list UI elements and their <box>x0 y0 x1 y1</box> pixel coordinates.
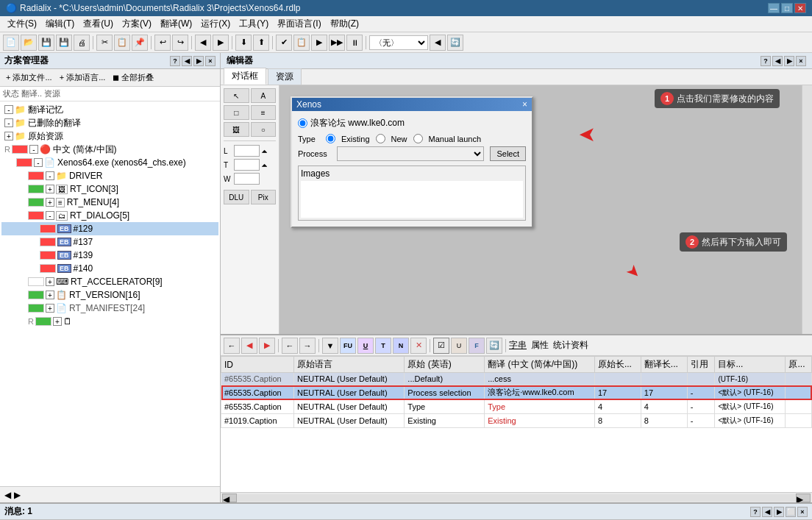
tb-undo[interactable]: ↩ <box>154 35 171 51</box>
table-row-0[interactable]: #65535.Caption NEUTRAL (User Default) Pr… <box>221 385 812 400</box>
menu-file[interactable]: 文件(S) <box>3 16 41 32</box>
menu-edit[interactable]: 编辑(T) <box>41 16 79 32</box>
tb-pause[interactable]: ⏸ <box>346 35 363 51</box>
tree-item-10[interactable]: EB #137 <box>1 235 218 249</box>
tt-btn1[interactable]: ← <box>224 338 240 354</box>
tree-item-14[interactable]: + 📋 RT_VERSION[16] <box>1 288 218 302</box>
msg-close[interactable]: × <box>797 507 808 517</box>
tree-toggle-0[interactable]: - <box>4 105 13 114</box>
tb-nav-fwd[interactable]: ▶ <box>213 35 229 51</box>
tree-item-9[interactable]: EB #129 <box>1 222 218 235</box>
tb-copy[interactable]: 📋 <box>114 35 130 51</box>
left-panel-btn3[interactable]: × <box>205 56 216 66</box>
right-scrollbar[interactable] <box>802 85 812 334</box>
maximize-button[interactable]: □ <box>781 3 793 13</box>
menu-run[interactable]: 运行(X) <box>196 16 235 32</box>
msg-btn1[interactable]: ◀ <box>762 507 772 517</box>
tree-toggle-2[interactable]: + <box>4 132 13 140</box>
tab-resource[interactable]: 资源 <box>268 68 302 85</box>
tb-run2[interactable]: ▶▶ <box>329 35 345 51</box>
right-panel-help[interactable]: ? <box>761 56 771 66</box>
tool-btn-arrow[interactable]: ↖ <box>224 88 249 103</box>
left-panel-btn1[interactable]: ◀ <box>182 56 192 66</box>
tool-btn-misc[interactable]: ○ <box>251 122 277 137</box>
tree-toggle-4[interactable]: - <box>34 158 43 167</box>
tb-print[interactable]: 🖨 <box>74 35 90 51</box>
pos-t-spin[interactable]: ⏶ <box>261 161 268 169</box>
tt-check[interactable]: ☑ <box>433 338 449 354</box>
tb-save2[interactable]: 💾 <box>56 35 72 51</box>
tb-open[interactable]: 📂 <box>21 35 37 51</box>
scroll-right[interactable]: ▶ <box>14 490 21 500</box>
toolbar-dropdown[interactable]: 〈无〉 <box>369 35 428 50</box>
tb-redo[interactable]: ↪ <box>172 35 188 51</box>
pix-btn[interactable]: Pix <box>251 190 277 204</box>
tool-btn-box[interactable]: □ <box>224 105 249 120</box>
tt-btn3[interactable]: → <box>299 338 316 354</box>
left-panel-help[interactable]: ? <box>170 56 180 66</box>
tree-item-7[interactable]: + ≡ RT_MENU[4] <box>1 196 218 209</box>
tab-dialog[interactable]: 对话框 <box>224 68 266 85</box>
radio-lke0[interactable] <box>298 118 307 128</box>
table-hscroll[interactable]: ◀ ▶ <box>221 492 812 502</box>
tb-run[interactable]: ▶ <box>311 35 327 51</box>
tree-item-1[interactable]: - 📁 已删除的翻译 <box>1 116 218 129</box>
type-existing-radio[interactable] <box>326 134 335 143</box>
tree-item-16[interactable]: R + 🗒 <box>1 315 218 328</box>
tb-nav-back[interactable]: ◀ <box>195 35 211 51</box>
tb-paste[interactable]: 📌 <box>132 35 148 51</box>
dlu-btn[interactable]: DLU <box>224 190 249 204</box>
table-row-2[interactable]: #1019.Caption NEUTRAL (User Default) Exi… <box>221 414 812 428</box>
tt-label-props[interactable]: 属性 <box>531 339 549 352</box>
tree-item-13[interactable]: + ⌨ RT_ACCELERATOR[9] <box>1 275 218 288</box>
right-panel-close[interactable]: × <box>796 56 806 66</box>
tree-item-8[interactable]: - 🗂 RT_DIALOG[5] <box>1 209 218 222</box>
tb-new[interactable]: 📄 <box>3 35 19 51</box>
hscroll-left[interactable]: ◀ <box>222 494 237 502</box>
tree-item-12[interactable]: EB #140 <box>1 262 218 275</box>
tb-check[interactable]: ✔ <box>276 35 292 51</box>
tt-f[interactable]: F <box>469 338 485 354</box>
msg-btn2[interactable]: ▶ <box>774 507 784 517</box>
add-file-btn[interactable]: + 添加文件... <box>3 71 55 85</box>
tree-item-3[interactable]: R - 🔴 中文 (简体/中国) <box>1 143 218 156</box>
tree-toggle-14[interactable]: + <box>46 291 54 299</box>
tree-toggle-3[interactable]: - <box>29 145 38 154</box>
tb-check2[interactable]: 📋 <box>293 35 310 51</box>
select-button[interactable]: Select <box>490 146 526 161</box>
minimize-button[interactable]: — <box>768 3 780 13</box>
tree-item-2[interactable]: + 📁 原始资源 <box>1 129 218 143</box>
tree-item-4[interactable]: - 📄 Xenos64.exe (xenos64_chs.exe) <box>1 156 218 169</box>
pos-w-input[interactable]: 100 <box>234 173 260 185</box>
tt-label-stats[interactable]: 统计资料 <box>553 339 588 352</box>
tt-btn2[interactable]: ← <box>282 338 298 354</box>
tool-btn-text[interactable]: A <box>251 88 277 103</box>
pos-t-input[interactable]: 7 <box>234 159 260 171</box>
menu-tools[interactable]: 工具(Y) <box>235 16 273 32</box>
tree-item-0[interactable]: - 📁 翻译记忆 <box>1 103 218 116</box>
add-lang-btn[interactable]: + 添加语言... <box>57 71 109 85</box>
tt-u[interactable]: U <box>357 338 374 354</box>
right-panel-btn2[interactable]: ▶ <box>784 56 794 66</box>
pos-l-spin[interactable]: ⏶ <box>261 147 268 155</box>
menu-ui-lang[interactable]: 界面语言(I) <box>273 16 325 32</box>
tt-btn-red2[interactable]: ▶ <box>259 338 275 354</box>
table-row-pre[interactable]: #65535.Caption NEUTRAL (User Default) ..… <box>221 373 812 385</box>
tb-export[interactable]: ⬆ <box>253 35 269 51</box>
tb-cut[interactable]: ✂ <box>96 35 113 51</box>
hscroll-right[interactable]: ▶ <box>796 494 811 502</box>
tt-u2[interactable]: U <box>451 338 467 354</box>
msg-help[interactable]: ? <box>750 507 761 517</box>
tt-refresh2[interactable]: 🔄 <box>486 338 502 354</box>
tree-toggle-5[interactable]: - <box>46 171 54 180</box>
menu-translate[interactable]: 翻译(W) <box>156 16 196 32</box>
pos-l-input[interactable]: 7 <box>234 145 260 157</box>
tb-save[interactable]: 💾 <box>38 35 54 51</box>
tt-fu[interactable]: FU <box>340 338 356 354</box>
tree-toggle-1[interactable]: - <box>4 118 13 127</box>
table-row-1[interactable]: #65535.Caption NEUTRAL (User Default) Ty… <box>221 400 812 414</box>
type-new-radio[interactable] <box>376 134 385 143</box>
tt-btn-red1[interactable]: ◀ <box>241 338 257 354</box>
tree-toggle-13[interactable]: + <box>46 277 54 286</box>
tree-toggle-16[interactable]: + <box>53 317 62 326</box>
